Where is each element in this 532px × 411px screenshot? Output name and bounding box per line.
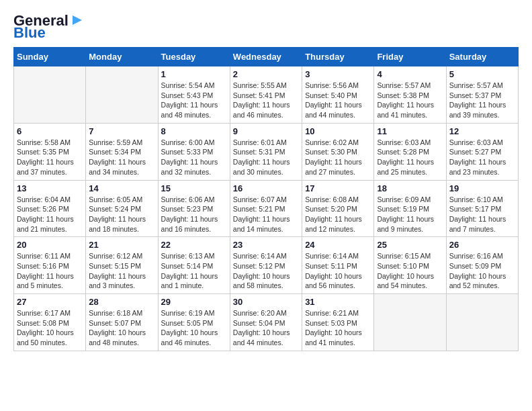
calendar-cell — [446, 294, 518, 351]
day-info: Sunrise: 5:57 AM Sunset: 5:38 PM Dayligh… — [377, 81, 443, 120]
day-info: Sunrise: 6:13 AM Sunset: 5:14 PM Dayligh… — [161, 251, 227, 291]
calendar-cell: 28Sunrise: 6:18 AM Sunset: 5:07 PM Dayli… — [86, 294, 158, 351]
calendar-cell: 25Sunrise: 6:15 AM Sunset: 5:10 PM Dayli… — [374, 237, 446, 294]
day-number: 19 — [449, 183, 515, 193]
day-number: 2 — [233, 69, 299, 79]
calendar-cell: 13Sunrise: 6:04 AM Sunset: 5:26 PM Dayli… — [14, 180, 86, 237]
calendar-cell: 14Sunrise: 6:05 AM Sunset: 5:24 PM Dayli… — [86, 180, 158, 237]
day-number: 7 — [89, 126, 154, 136]
calendar-cell — [374, 294, 446, 351]
day-info: Sunrise: 6:04 AM Sunset: 5:26 PM Dayligh… — [17, 195, 83, 234]
day-info: Sunrise: 6:14 AM Sunset: 5:12 PM Dayligh… — [233, 251, 299, 291]
calendar-cell: 21Sunrise: 6:12 AM Sunset: 5:15 PM Dayli… — [86, 237, 158, 294]
day-number: 12 — [449, 126, 515, 136]
day-info: Sunrise: 6:07 AM Sunset: 5:21 PM Dayligh… — [233, 195, 299, 234]
day-info: Sunrise: 5:54 AM Sunset: 5:43 PM Dayligh… — [161, 81, 227, 120]
calendar-header-row: SundayMondayTuesdayWednesdayThursdayFrid… — [14, 48, 519, 66]
day-info: Sunrise: 6:03 AM Sunset: 5:27 PM Dayligh… — [449, 138, 515, 177]
logo-icon — [70, 13, 85, 28]
day-info: Sunrise: 6:02 AM Sunset: 5:30 PM Dayligh… — [305, 138, 371, 177]
calendar-table: SundayMondayTuesdayWednesdayThursdayFrid… — [13, 47, 519, 351]
calendar-cell: 23Sunrise: 6:14 AM Sunset: 5:12 PM Dayli… — [230, 237, 302, 294]
day-info: Sunrise: 6:09 AM Sunset: 5:19 PM Dayligh… — [377, 195, 443, 234]
day-number: 3 — [305, 69, 371, 79]
calendar-week-row: 27Sunrise: 6:17 AM Sunset: 5:08 PM Dayli… — [14, 294, 519, 351]
day-info: Sunrise: 6:18 AM Sunset: 5:07 PM Dayligh… — [89, 308, 154, 348]
day-number: 8 — [161, 126, 227, 136]
calendar-week-row: 1Sunrise: 5:54 AM Sunset: 5:43 PM Daylig… — [14, 66, 519, 124]
calendar-cell: 11Sunrise: 6:03 AM Sunset: 5:28 PM Dayli… — [374, 123, 446, 180]
calendar-cell: 3Sunrise: 5:56 AM Sunset: 5:40 PM Daylig… — [302, 66, 374, 124]
day-info: Sunrise: 6:15 AM Sunset: 5:10 PM Dayligh… — [377, 251, 443, 291]
calendar-header-tuesday: Tuesday — [158, 48, 230, 66]
day-info: Sunrise: 5:59 AM Sunset: 5:34 PM Dayligh… — [89, 138, 154, 177]
calendar-cell: 30Sunrise: 6:20 AM Sunset: 5:04 PM Dayli… — [230, 294, 302, 351]
day-number: 6 — [17, 126, 83, 136]
day-number: 30 — [233, 297, 299, 307]
day-info: Sunrise: 6:12 AM Sunset: 5:15 PM Dayligh… — [89, 251, 154, 291]
calendar-cell: 29Sunrise: 6:19 AM Sunset: 5:05 PM Dayli… — [158, 294, 230, 351]
day-info: Sunrise: 6:00 AM Sunset: 5:33 PM Dayligh… — [161, 138, 227, 177]
calendar-cell: 4Sunrise: 5:57 AM Sunset: 5:38 PM Daylig… — [374, 66, 446, 124]
day-number: 5 — [449, 69, 515, 79]
calendar-cell: 1Sunrise: 5:54 AM Sunset: 5:43 PM Daylig… — [158, 66, 230, 124]
calendar-cell: 12Sunrise: 6:03 AM Sunset: 5:27 PM Dayli… — [446, 123, 518, 180]
day-number: 9 — [233, 126, 299, 136]
day-number: 1 — [161, 69, 227, 79]
day-number: 21 — [89, 240, 154, 250]
day-info: Sunrise: 6:06 AM Sunset: 5:23 PM Dayligh… — [161, 195, 227, 234]
day-info: Sunrise: 6:05 AM Sunset: 5:24 PM Dayligh… — [89, 195, 154, 234]
calendar-cell: 18Sunrise: 6:09 AM Sunset: 5:19 PM Dayli… — [374, 180, 446, 237]
svg-marker-0 — [73, 15, 82, 25]
day-info: Sunrise: 6:19 AM Sunset: 5:05 PM Dayligh… — [161, 308, 227, 348]
day-info: Sunrise: 5:58 AM Sunset: 5:35 PM Dayligh… — [17, 138, 83, 177]
day-number: 25 — [377, 240, 443, 250]
calendar-cell: 15Sunrise: 6:06 AM Sunset: 5:23 PM Dayli… — [158, 180, 230, 237]
day-info: Sunrise: 5:56 AM Sunset: 5:40 PM Dayligh… — [305, 81, 371, 120]
calendar-cell: 19Sunrise: 6:10 AM Sunset: 5:17 PM Dayli… — [446, 180, 518, 237]
calendar-cell: 5Sunrise: 5:57 AM Sunset: 5:37 PM Daylig… — [446, 66, 518, 124]
calendar-header-monday: Monday — [86, 48, 158, 66]
logo-blue-text: Blue — [13, 26, 46, 40]
calendar-week-row: 6Sunrise: 5:58 AM Sunset: 5:35 PM Daylig… — [14, 123, 519, 180]
day-number: 29 — [161, 297, 227, 307]
day-number: 27 — [17, 297, 83, 307]
day-info: Sunrise: 6:20 AM Sunset: 5:04 PM Dayligh… — [233, 308, 299, 348]
day-number: 18 — [377, 183, 443, 193]
calendar-week-row: 20Sunrise: 6:11 AM Sunset: 5:16 PM Dayli… — [14, 237, 519, 294]
calendar-cell: 8Sunrise: 6:00 AM Sunset: 5:33 PM Daylig… — [158, 123, 230, 180]
calendar-cell: 26Sunrise: 6:16 AM Sunset: 5:09 PM Dayli… — [446, 237, 518, 294]
day-info: Sunrise: 6:14 AM Sunset: 5:11 PM Dayligh… — [305, 251, 371, 291]
day-number: 10 — [305, 126, 371, 136]
day-info: Sunrise: 5:57 AM Sunset: 5:37 PM Dayligh… — [449, 81, 515, 120]
day-number: 20 — [17, 240, 83, 250]
calendar-cell: 27Sunrise: 6:17 AM Sunset: 5:08 PM Dayli… — [14, 294, 86, 351]
calendar-cell: 17Sunrise: 6:08 AM Sunset: 5:20 PM Dayli… — [302, 180, 374, 237]
day-number: 28 — [89, 297, 154, 307]
day-info: Sunrise: 6:21 AM Sunset: 5:03 PM Dayligh… — [305, 308, 371, 348]
calendar-cell: 24Sunrise: 6:14 AM Sunset: 5:11 PM Dayli… — [302, 237, 374, 294]
calendar-cell: 31Sunrise: 6:21 AM Sunset: 5:03 PM Dayli… — [302, 294, 374, 351]
day-number: 26 — [449, 240, 515, 250]
calendar-cell: 22Sunrise: 6:13 AM Sunset: 5:14 PM Dayli… — [158, 237, 230, 294]
calendar-cell: 16Sunrise: 6:07 AM Sunset: 5:21 PM Dayli… — [230, 180, 302, 237]
calendar-cell: 10Sunrise: 6:02 AM Sunset: 5:30 PM Dayli… — [302, 123, 374, 180]
calendar-cell: 9Sunrise: 6:01 AM Sunset: 5:31 PM Daylig… — [230, 123, 302, 180]
calendar-cell — [86, 66, 158, 124]
day-number: 15 — [161, 183, 227, 193]
day-info: Sunrise: 5:55 AM Sunset: 5:41 PM Dayligh… — [233, 81, 299, 120]
calendar-header-saturday: Saturday — [446, 48, 518, 66]
day-info: Sunrise: 6:08 AM Sunset: 5:20 PM Dayligh… — [305, 195, 371, 234]
day-info: Sunrise: 6:16 AM Sunset: 5:09 PM Dayligh… — [449, 251, 515, 291]
day-number: 11 — [377, 126, 443, 136]
day-number: 14 — [89, 183, 154, 193]
day-info: Sunrise: 6:11 AM Sunset: 5:16 PM Dayligh… — [17, 251, 83, 291]
calendar-cell — [14, 66, 86, 124]
day-info: Sunrise: 6:10 AM Sunset: 5:17 PM Dayligh… — [449, 195, 515, 234]
day-number: 16 — [233, 183, 299, 193]
day-number: 23 — [233, 240, 299, 250]
day-number: 13 — [17, 183, 83, 193]
day-info: Sunrise: 6:03 AM Sunset: 5:28 PM Dayligh… — [377, 138, 443, 177]
calendar-cell: 20Sunrise: 6:11 AM Sunset: 5:16 PM Dayli… — [14, 237, 86, 294]
day-number: 22 — [161, 240, 227, 250]
